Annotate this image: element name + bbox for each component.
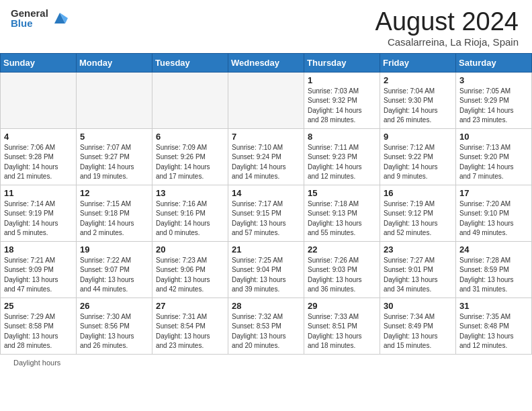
day-number: 24 bbox=[459, 244, 528, 255]
calendar-cell: 21Sunrise: 7:25 AM Sunset: 9:04 PM Dayli… bbox=[228, 241, 304, 298]
day-info: Sunrise: 7:26 AM Sunset: 9:03 PM Dayligh… bbox=[308, 256, 376, 295]
day-number: 3 bbox=[459, 75, 528, 85]
day-number: 30 bbox=[384, 301, 452, 311]
calendar-cell: 16Sunrise: 7:19 AM Sunset: 9:12 PM Dayli… bbox=[380, 185, 456, 241]
day-number: 28 bbox=[232, 301, 300, 311]
calendar-cell: 19Sunrise: 7:22 AM Sunset: 9:07 PM Dayli… bbox=[77, 241, 152, 298]
calendar-cell bbox=[1, 72, 77, 128]
day-info: Sunrise: 7:20 AM Sunset: 9:10 PM Dayligh… bbox=[459, 199, 528, 238]
day-number: 12 bbox=[80, 188, 148, 198]
day-info: Sunrise: 7:14 AM Sunset: 9:19 PM Dayligh… bbox=[4, 199, 73, 238]
day-number: 19 bbox=[80, 244, 148, 255]
weekday-header: Wednesday bbox=[228, 53, 304, 72]
calendar-cell: 24Sunrise: 7:28 AM Sunset: 8:59 PM Dayli… bbox=[456, 241, 532, 298]
calendar-cell: 29Sunrise: 7:33 AM Sunset: 8:51 PM Dayli… bbox=[304, 298, 380, 354]
weekday-header: Monday bbox=[77, 53, 152, 72]
logo-icon bbox=[50, 9, 69, 28]
day-info: Sunrise: 7:22 AM Sunset: 9:07 PM Dayligh… bbox=[80, 256, 148, 295]
month-title: August 2024 bbox=[375, 8, 519, 36]
day-info: Sunrise: 7:13 AM Sunset: 9:20 PM Dayligh… bbox=[459, 143, 528, 182]
location: Casalarreina, La Rioja, Spain bbox=[375, 36, 519, 48]
day-number: 10 bbox=[459, 132, 528, 142]
day-number: 17 bbox=[459, 188, 528, 198]
day-info: Sunrise: 7:03 AM Sunset: 9:32 PM Dayligh… bbox=[308, 87, 376, 126]
weekday-header: Friday bbox=[380, 53, 456, 72]
calendar-cell: 14Sunrise: 7:17 AM Sunset: 9:15 PM Dayli… bbox=[228, 185, 304, 241]
calendar-cell: 7Sunrise: 7:10 AM Sunset: 9:24 PM Daylig… bbox=[228, 128, 304, 185]
day-info: Sunrise: 7:11 AM Sunset: 9:23 PM Dayligh… bbox=[308, 143, 376, 182]
day-info: Sunrise: 7:28 AM Sunset: 8:59 PM Dayligh… bbox=[459, 256, 528, 295]
calendar-cell bbox=[77, 72, 152, 128]
calendar-cell: 20Sunrise: 7:23 AM Sunset: 9:06 PM Dayli… bbox=[152, 241, 228, 298]
title-block: August 2024 Casalarreina, La Rioja, Spai… bbox=[375, 8, 519, 48]
day-info: Sunrise: 7:04 AM Sunset: 9:30 PM Dayligh… bbox=[384, 87, 452, 126]
day-info: Sunrise: 7:05 AM Sunset: 9:29 PM Dayligh… bbox=[459, 87, 528, 126]
calendar-cell: 13Sunrise: 7:16 AM Sunset: 9:16 PM Dayli… bbox=[152, 185, 228, 241]
calendar-cell: 5Sunrise: 7:07 AM Sunset: 9:27 PM Daylig… bbox=[77, 128, 152, 185]
calendar-cell bbox=[152, 72, 228, 128]
day-info: Sunrise: 7:32 AM Sunset: 8:53 PM Dayligh… bbox=[232, 312, 300, 351]
page-container: General Blue August 2024 Casalarreina, L… bbox=[0, 0, 532, 411]
day-info: Sunrise: 7:18 AM Sunset: 9:13 PM Dayligh… bbox=[308, 199, 376, 238]
day-number: 15 bbox=[308, 188, 376, 198]
day-info: Sunrise: 7:30 AM Sunset: 8:56 PM Dayligh… bbox=[80, 312, 148, 351]
day-number: 2 bbox=[384, 75, 452, 85]
weekday-header-row: SundayMondayTuesdayWednesdayThursdayFrid… bbox=[1, 53, 532, 72]
day-number: 21 bbox=[232, 244, 300, 255]
day-number: 6 bbox=[156, 132, 224, 142]
day-info: Sunrise: 7:25 AM Sunset: 9:04 PM Dayligh… bbox=[232, 256, 300, 295]
logo-blue: Blue bbox=[11, 18, 48, 28]
day-number: 22 bbox=[308, 244, 376, 255]
logo-general: General bbox=[11, 8, 48, 18]
calendar-table: SundayMondayTuesdayWednesdayThursdayFrid… bbox=[0, 53, 532, 355]
day-number: 4 bbox=[4, 132, 73, 142]
calendar-week-row: 25Sunrise: 7:29 AM Sunset: 8:58 PM Dayli… bbox=[1, 298, 532, 354]
day-info: Sunrise: 7:12 AM Sunset: 9:22 PM Dayligh… bbox=[384, 143, 452, 182]
calendar-cell: 28Sunrise: 7:32 AM Sunset: 8:53 PM Dayli… bbox=[228, 298, 304, 354]
day-number: 26 bbox=[80, 301, 148, 311]
day-info: Sunrise: 7:09 AM Sunset: 9:26 PM Dayligh… bbox=[156, 143, 224, 182]
day-number: 25 bbox=[4, 301, 73, 311]
day-number: 8 bbox=[308, 132, 376, 142]
day-info: Sunrise: 7:35 AM Sunset: 8:48 PM Dayligh… bbox=[459, 312, 528, 351]
calendar-cell: 2Sunrise: 7:04 AM Sunset: 9:30 PM Daylig… bbox=[380, 72, 456, 128]
calendar-cell: 27Sunrise: 7:31 AM Sunset: 8:54 PM Dayli… bbox=[152, 298, 228, 354]
day-info: Sunrise: 7:33 AM Sunset: 8:51 PM Dayligh… bbox=[308, 312, 376, 351]
day-info: Sunrise: 7:21 AM Sunset: 9:09 PM Dayligh… bbox=[4, 256, 73, 295]
day-number: 9 bbox=[384, 132, 452, 142]
day-info: Sunrise: 7:27 AM Sunset: 9:01 PM Dayligh… bbox=[384, 256, 452, 295]
day-number: 7 bbox=[232, 132, 300, 142]
day-info: Sunrise: 7:15 AM Sunset: 9:18 PM Dayligh… bbox=[80, 199, 148, 238]
calendar-cell: 26Sunrise: 7:30 AM Sunset: 8:56 PM Dayli… bbox=[77, 298, 152, 354]
calendar-cell: 4Sunrise: 7:06 AM Sunset: 9:28 PM Daylig… bbox=[1, 128, 77, 185]
day-info: Sunrise: 7:29 AM Sunset: 8:58 PM Dayligh… bbox=[4, 312, 73, 351]
day-info: Sunrise: 7:23 AM Sunset: 9:06 PM Dayligh… bbox=[156, 256, 224, 295]
calendar-week-row: 11Sunrise: 7:14 AM Sunset: 9:19 PM Dayli… bbox=[1, 185, 532, 241]
day-info: Sunrise: 7:17 AM Sunset: 9:15 PM Dayligh… bbox=[232, 199, 300, 238]
calendar-cell: 9Sunrise: 7:12 AM Sunset: 9:22 PM Daylig… bbox=[380, 128, 456, 185]
calendar-cell: 12Sunrise: 7:15 AM Sunset: 9:18 PM Dayli… bbox=[77, 185, 152, 241]
calendar-week-row: 4Sunrise: 7:06 AM Sunset: 9:28 PM Daylig… bbox=[1, 128, 532, 185]
day-info: Sunrise: 7:34 AM Sunset: 8:49 PM Dayligh… bbox=[384, 312, 452, 351]
day-number: 23 bbox=[384, 244, 452, 255]
calendar-cell: 18Sunrise: 7:21 AM Sunset: 9:09 PM Dayli… bbox=[1, 241, 77, 298]
day-info: Sunrise: 7:10 AM Sunset: 9:24 PM Dayligh… bbox=[232, 143, 300, 182]
calendar-cell: 6Sunrise: 7:09 AM Sunset: 9:26 PM Daylig… bbox=[152, 128, 228, 185]
logo: General Blue bbox=[11, 8, 69, 28]
day-info: Sunrise: 7:19 AM Sunset: 9:12 PM Dayligh… bbox=[384, 199, 452, 238]
day-number: 18 bbox=[4, 244, 73, 255]
calendar-cell: 8Sunrise: 7:11 AM Sunset: 9:23 PM Daylig… bbox=[304, 128, 380, 185]
day-number: 11 bbox=[4, 188, 73, 198]
calendar-cell: 10Sunrise: 7:13 AM Sunset: 9:20 PM Dayli… bbox=[456, 128, 532, 185]
day-info: Sunrise: 7:07 AM Sunset: 9:27 PM Dayligh… bbox=[80, 143, 148, 182]
calendar-cell: 30Sunrise: 7:34 AM Sunset: 8:49 PM Dayli… bbox=[380, 298, 456, 354]
day-info: Sunrise: 7:06 AM Sunset: 9:28 PM Dayligh… bbox=[4, 143, 73, 182]
weekday-header: Tuesday bbox=[152, 53, 228, 72]
day-number: 29 bbox=[308, 301, 376, 311]
day-number: 20 bbox=[156, 244, 224, 255]
calendar-cell: 23Sunrise: 7:27 AM Sunset: 9:01 PM Dayli… bbox=[380, 241, 456, 298]
day-info: Sunrise: 7:16 AM Sunset: 9:16 PM Dayligh… bbox=[156, 199, 224, 238]
calendar-cell: 22Sunrise: 7:26 AM Sunset: 9:03 PM Dayli… bbox=[304, 241, 380, 298]
weekday-header: Thursday bbox=[304, 53, 380, 72]
calendar-cell: 17Sunrise: 7:20 AM Sunset: 9:10 PM Dayli… bbox=[456, 185, 532, 241]
